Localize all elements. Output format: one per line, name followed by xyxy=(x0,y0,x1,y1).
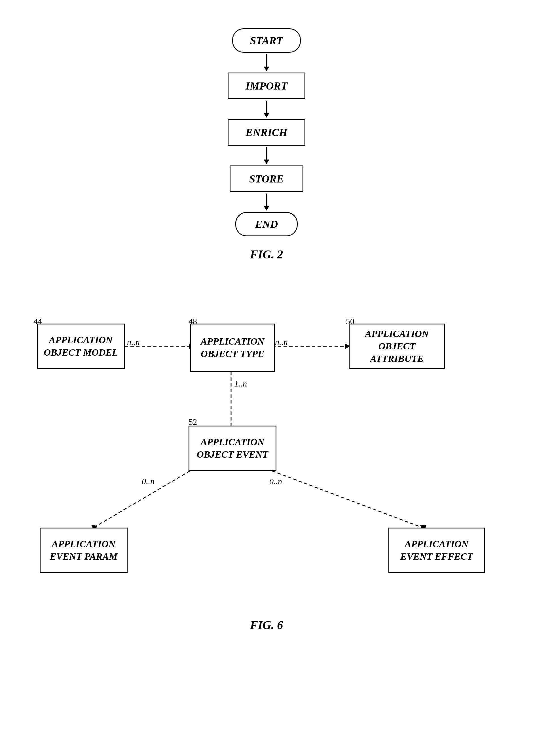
mult-type-event: 1..n xyxy=(234,379,247,389)
flowchart: START IMPORT ENRICH STORE END xyxy=(228,28,305,236)
import-node: IMPORT xyxy=(228,72,305,99)
fig2-container: START IMPORT ENRICH STORE END FIG. 2 xyxy=(228,28,305,261)
svg-line-8 xyxy=(272,471,422,527)
start-node: START xyxy=(232,28,301,53)
app-event-param-box: APPLICATIONEVENT PARAM xyxy=(40,527,127,573)
page: START IMPORT ENRICH STORE END FIG. 2 xyxy=(0,0,533,756)
arrow-2 xyxy=(264,99,269,119)
fig2-label: FIG. 2 xyxy=(250,248,283,261)
arrow-1 xyxy=(264,53,269,72)
mult-model-type: n..n xyxy=(127,337,140,347)
app-object-attribute-box: APPLICATIONOBJECT ATTRIBUTE xyxy=(349,324,445,369)
end-node: END xyxy=(235,212,298,236)
mult-event-param: 0..n xyxy=(142,476,154,486)
app-object-event-box: APPLICATIONOBJECT EVENT xyxy=(188,426,276,471)
fig6-container: 44 APPLICATIONOBJECT MODEL 48 APPLICATIO… xyxy=(25,295,508,632)
enrich-node: ENRICH xyxy=(228,119,305,146)
app-object-model-box: APPLICATIONOBJECT MODEL xyxy=(37,324,125,369)
app-object-type-box: APPLICATIONOBJECT TYPE xyxy=(190,324,275,372)
mult-event-effect: 0..n xyxy=(269,476,282,486)
ref-52: 52 xyxy=(188,417,197,427)
fig6-label: FIG. 6 xyxy=(250,618,283,632)
store-node: STORE xyxy=(230,166,303,192)
arrow-3 xyxy=(264,146,269,166)
arrow-4 xyxy=(264,192,269,212)
mult-type-attr: n..n xyxy=(275,337,288,347)
app-event-effect-box: APPLICATIONEVENT EFFECT xyxy=(388,527,485,573)
fig6-diagram: 44 APPLICATIONOBJECT MODEL 48 APPLICATIO… xyxy=(25,295,508,607)
